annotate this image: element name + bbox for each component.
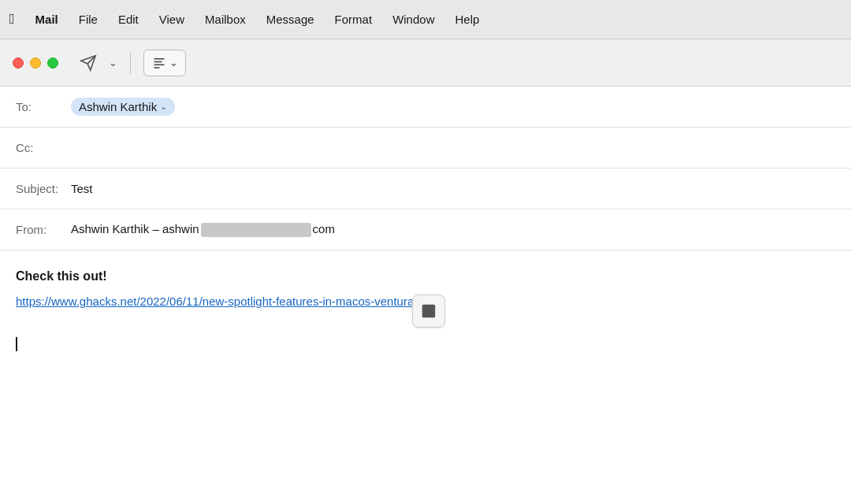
minimize-button[interactable]: [30, 57, 41, 69]
from-email-blur: [201, 223, 311, 237]
to-field-row: To: Ashwin Karthik ⌄: [0, 87, 851, 128]
link-row: https://www.ghacks.net/2022/06/11/new-sp…: [16, 295, 835, 328]
subject-value[interactable]: Test: [71, 179, 835, 198]
menu-view[interactable]: View: [156, 11, 188, 28]
recipient-name: Ashwin Karthik: [79, 100, 157, 113]
from-field-row: From: Ashwin Karthik – ashwincom: [0, 209, 851, 250]
subject-text: Test: [71, 182, 93, 195]
subject-label: Subject:: [16, 182, 71, 195]
toolbar-divider: [130, 52, 131, 74]
toolbar: ⌄ ⌄: [0, 39, 851, 87]
close-button[interactable]: [13, 57, 24, 69]
svg-rect-2: [154, 58, 165, 60]
recipient-chip[interactable]: Ashwin Karthik ⌄: [71, 98, 175, 116]
image-attachment-button[interactable]: [412, 295, 445, 328]
format-dropdown-arrow: ⌄: [169, 57, 178, 69]
from-name: Ashwin Karthik: [71, 222, 149, 235]
from-suffix: com: [313, 222, 335, 235]
cc-value[interactable]: [71, 145, 835, 151]
body-text: Check this out!: [16, 269, 835, 284]
chevron-down-icon: ⌄: [160, 102, 167, 112]
menu-window[interactable]: Window: [389, 11, 437, 28]
compose-area: To: Ashwin Karthik ⌄ Cc: Subject: Test F…: [0, 87, 851, 504]
menu-message[interactable]: Message: [263, 11, 318, 28]
format-button[interactable]: ⌄: [143, 50, 186, 76]
menu-edit[interactable]: Edit: [115, 11, 142, 28]
body-link[interactable]: https://www.ghacks.net/2022/06/11/new-sp…: [16, 295, 417, 308]
menu-file[interactable]: File: [76, 11, 101, 28]
traffic-lights: [13, 57, 58, 69]
format-icon: [152, 56, 166, 70]
to-value[interactable]: Ashwin Karthik ⌄: [71, 94, 835, 119]
body-cursor-line: [16, 328, 835, 351]
menu-format[interactable]: Format: [332, 11, 376, 28]
from-prefix: ashwin: [162, 222, 199, 235]
body-area[interactable]: Check this out! https://www.ghacks.net/2…: [0, 250, 851, 504]
send-icon: [80, 54, 97, 72]
menu-mail[interactable]: Mail: [32, 11, 61, 28]
svg-rect-4: [154, 64, 165, 65]
from-label: From:: [16, 223, 71, 236]
send-button[interactable]: [74, 49, 102, 77]
svg-rect-3: [154, 61, 162, 62]
svg-rect-5: [154, 67, 160, 69]
cc-field-row: Cc:: [0, 128, 851, 169]
svg-point-7: [426, 307, 428, 309]
text-cursor: [16, 337, 17, 351]
maximize-button[interactable]: [47, 57, 58, 69]
menu-bar:  Mail File Edit View Mailbox Message Fo…: [0, 0, 851, 39]
from-dash: –: [152, 222, 162, 235]
apple-logo[interactable]: : [9, 11, 15, 28]
menu-help[interactable]: Help: [452, 11, 482, 28]
from-value[interactable]: Ashwin Karthik – ashwincom: [71, 219, 835, 240]
subject-field-row: Subject: Test: [0, 169, 851, 209]
cc-label: Cc:: [16, 141, 71, 154]
to-label: To:: [16, 100, 71, 113]
image-icon: [420, 302, 437, 320]
menu-mailbox[interactable]: Mailbox: [202, 11, 249, 28]
send-dropdown-arrow[interactable]: ⌄: [109, 57, 117, 69]
